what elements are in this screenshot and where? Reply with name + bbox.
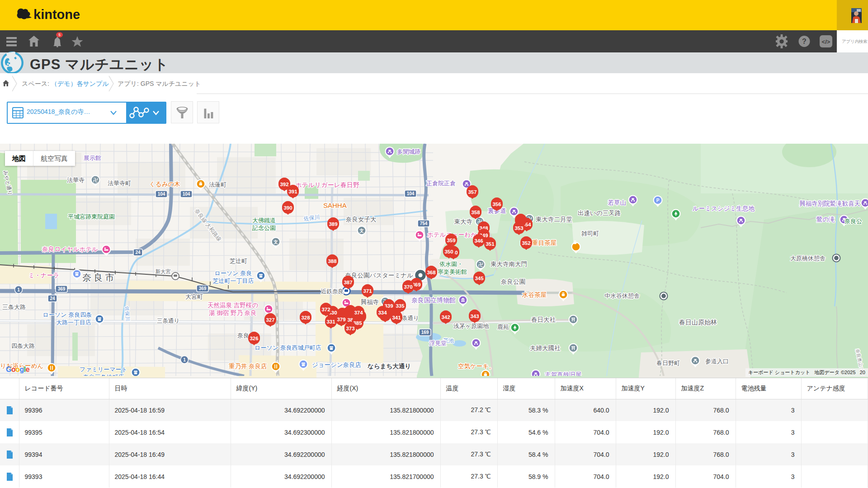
svg-text:春日大社: 春日大社 xyxy=(531,316,556,323)
svg-text:104: 104 xyxy=(183,192,190,197)
svg-text:新大宮: 新大宮 xyxy=(156,269,171,274)
svg-text:寧楽美術館: 寧楽美術館 xyxy=(438,268,467,275)
svg-text:341: 341 xyxy=(392,315,401,320)
svg-text:くるみの木: くるみの木 xyxy=(149,181,180,188)
svg-text:空気ケーキ。: 空気ケーキ。 xyxy=(458,363,495,370)
svg-text:373: 373 xyxy=(346,326,354,331)
svg-text:奈良公園: 奈良公園 xyxy=(501,278,525,285)
svg-text:湯 御宿 野乃 奈良: 湯 御宿 野乃 奈良 xyxy=(209,310,257,316)
svg-text:近鉄奈良: 近鉄奈良 xyxy=(321,288,344,295)
svg-text:346: 346 xyxy=(474,238,483,244)
svg-text:ジョーシン奈良店: ジョーシン奈良店 xyxy=(312,361,361,368)
svg-text:352: 352 xyxy=(522,240,530,246)
svg-text:三条通り: 三条通り xyxy=(157,318,179,324)
svg-text:奈良ロイヤルホテル: 奈良ロイヤルホテル xyxy=(42,246,98,253)
svg-text:390: 390 xyxy=(283,205,292,211)
svg-text:328: 328 xyxy=(301,315,310,320)
svg-text:奈良公: 奈良公 xyxy=(844,218,862,225)
svg-text:東大寺二月堂: 東大寺二月堂 xyxy=(536,216,572,223)
svg-text:若草山: 若草山 xyxy=(608,199,627,206)
svg-text:358: 358 xyxy=(471,210,480,215)
svg-text:371: 371 xyxy=(363,288,372,294)
svg-text:春日山原始林: 春日山原始林 xyxy=(679,319,717,326)
svg-text:卍: 卍 xyxy=(93,178,98,183)
svg-text:ローソン 奈良四条: ローソン 奈良四条 xyxy=(43,311,92,318)
svg-text:大佛鐵道: 大佛鐵道 xyxy=(252,217,276,224)
svg-text:興福寺別院鷲滝歓喜天: 興福寺別院鷲滝歓喜天 xyxy=(799,200,860,207)
svg-text:浅茅ヶ原園地: 浅茅ヶ原園地 xyxy=(453,323,489,329)
svg-text:ミ・ナーラ: ミ・ナーラ xyxy=(28,272,59,279)
svg-text:1: 1 xyxy=(17,287,20,292)
svg-text:四条大路: 四条大路 xyxy=(11,343,35,349)
svg-text:ローソン 奈良西城戸町店: ローソン 奈良西城戸町店 xyxy=(255,344,321,351)
svg-text:志賀直哉旧居: 志賀直哉旧居 xyxy=(545,371,582,376)
svg-text:天然温泉 吉野桜の: 天然温泉 吉野桜の xyxy=(208,302,258,309)
svg-text:ファミリーマート: ファミリーマート xyxy=(80,366,127,373)
svg-text:389: 389 xyxy=(329,221,337,227)
svg-text:三条大路: 三条大路 xyxy=(2,304,26,310)
svg-text:雑司町: 雑司町 xyxy=(581,230,599,237)
svg-text:345: 345 xyxy=(475,276,484,281)
svg-text:392: 392 xyxy=(280,182,288,187)
svg-text:754: 754 xyxy=(420,221,428,226)
svg-text:依水園・: 依水園・ xyxy=(439,261,463,267)
svg-text:東大寺: 東大寺 xyxy=(454,218,473,225)
svg-text:卍: 卍 xyxy=(478,262,483,267)
svg-text:奈良市: 奈良市 xyxy=(83,272,117,282)
svg-text:奈良: 奈良 xyxy=(237,332,249,339)
svg-text:169: 169 xyxy=(421,330,429,335)
svg-text:369: 369 xyxy=(58,286,66,291)
svg-text:正倉院正倉: 正倉院正倉 xyxy=(426,180,456,187)
svg-text:多聞城跡: 多聞城跡 xyxy=(397,148,420,155)
svg-text:中水谷休憩舎: 中水谷休憩舎 xyxy=(604,292,640,299)
svg-text:356: 356 xyxy=(492,202,501,207)
svg-text:5: 5 xyxy=(58,33,61,37)
svg-text:芝辻町一丁目店: 芝辻町一丁目店 xyxy=(213,277,254,284)
svg-text:佐保川: 佐保川 xyxy=(124,306,131,321)
svg-text:興福寺: 興福寺 xyxy=(361,299,379,305)
svg-text:391: 391 xyxy=(288,189,297,194)
svg-text:326: 326 xyxy=(250,336,258,341)
svg-text:369: 369 xyxy=(199,286,207,291)
svg-text:104: 104 xyxy=(407,191,415,196)
svg-text:ルーミスシジミ生息地: ルーミスシジミ生息地 xyxy=(693,205,755,212)
svg-text:?: ? xyxy=(802,38,807,45)
svg-text:記念公園: 記念公園 xyxy=(252,225,276,231)
svg-text:奈良女子大: 奈良女子大 xyxy=(346,216,377,223)
svg-text:大原橋休憩舎: 大原橋休憩舎 xyxy=(790,255,826,262)
svg-text:文: 文 xyxy=(273,239,278,244)
svg-text:387: 387 xyxy=(344,280,352,285)
svg-text:大路一丁目店: 大路一丁目店 xyxy=(56,319,91,326)
svg-text:芝辻町: 芝辻町 xyxy=(230,258,247,264)
svg-text:春日野町: 春日野町 xyxy=(656,360,680,366)
svg-text:法蓮町: 法蓮町 xyxy=(209,181,226,188)
svg-text:鶯の滝: 鶯の滝 xyxy=(816,216,835,223)
svg-text:大宮町: 大宮町 xyxy=(185,293,203,300)
svg-text:重乃井 奈良店: 重乃井 奈良店 xyxy=(229,363,267,370)
svg-text:法華寺: 法華寺 xyxy=(67,177,85,183)
svg-text:奈良国立博物館: 奈良国立博物館 xyxy=(411,296,456,304)
svg-text:平城宮跡東院庭園: 平城宮跡東院庭園 xyxy=(68,213,115,220)
svg-text:379: 379 xyxy=(337,317,345,322)
svg-text:ローソン 奈良: ローソン 奈良 xyxy=(215,270,252,277)
svg-text:368: 368 xyxy=(427,270,436,275)
svg-text:357: 357 xyxy=(468,189,476,195)
svg-text:法華寺町: 法華寺町 xyxy=(108,180,131,187)
svg-text:展示館: 展示館 xyxy=(84,155,101,161)
svg-text:1: 1 xyxy=(183,357,186,362)
svg-text:文: 文 xyxy=(359,228,364,233)
svg-text:327: 327 xyxy=(266,317,274,323)
svg-text:夫婦大國社: 夫婦大國社 xyxy=(530,345,561,352)
svg-text:ホテルリガーレ春日野: ホテルリガーレ春日野 xyxy=(295,181,359,188)
svg-text:24: 24 xyxy=(135,250,141,255)
svg-text:SAHHA: SAHHA xyxy=(323,202,347,209)
svg-text:24: 24 xyxy=(50,296,55,301)
svg-text:342: 342 xyxy=(441,314,450,320)
svg-text:351: 351 xyxy=(486,241,495,247)
svg-text:388: 388 xyxy=(328,258,337,264)
svg-text:参道入口: 参道入口 xyxy=(705,358,729,365)
svg-text:東大寺南大門: 東大寺南大門 xyxy=(491,261,527,267)
svg-text:359: 359 xyxy=(447,238,455,243)
svg-text:372: 372 xyxy=(321,307,330,312)
svg-text:鹿苑: 鹿苑 xyxy=(497,324,509,330)
